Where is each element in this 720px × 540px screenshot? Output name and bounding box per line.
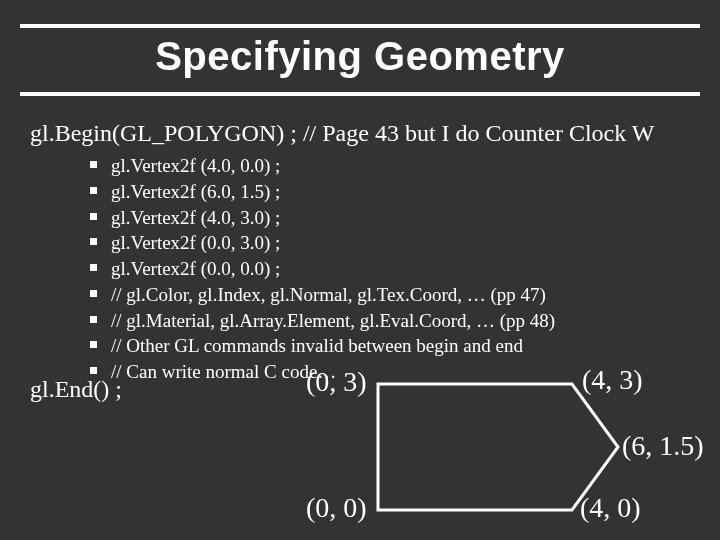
bullet-icon [90,264,97,271]
bullet-icon [90,367,97,374]
divider-top [20,24,700,28]
bullet-icon [90,238,97,245]
bullet-text: // Other GL commands invalid between beg… [111,334,523,358]
bullet-icon [90,161,97,168]
list-item: gl.Vertex2f (0.0, 3.0) ; [90,231,700,255]
vertex-label-top-left: (0, 3) [306,366,367,398]
vertex-label-bottom-left: (0, 0) [306,492,367,524]
list-item: // gl.Material, gl.Array.Element, gl.Eva… [90,309,700,333]
slide-body: gl.Begin(GL_POLYGON) ; // Page 43 but I … [30,118,700,386]
list-item: // Other GL commands invalid between beg… [90,334,700,358]
bullet-text: gl.Vertex2f (4.0, 0.0) ; [111,154,280,178]
code-end-line: gl.End() ; [30,376,122,403]
bullet-text: gl.Vertex2f (0.0, 3.0) ; [111,231,280,255]
bullet-icon [90,341,97,348]
bullet-icon [90,290,97,297]
code-begin-line: gl.Begin(GL_POLYGON) ; // Page 43 but I … [30,118,700,148]
bullet-text: gl.Vertex2f (0.0, 0.0) ; [111,257,280,281]
bullet-icon [90,213,97,220]
divider-under-title [20,92,700,96]
slide: Specifying Geometry gl.Begin(GL_POLYGON)… [0,0,720,540]
list-item: gl.Vertex2f (4.0, 3.0) ; [90,206,700,230]
list-item: gl.Vertex2f (4.0, 0.0) ; [90,154,700,178]
list-item: // gl.Color, gl.Index, gl.Normal, gl.Tex… [90,283,700,307]
vertex-label-bottom-right: (4, 0) [580,492,641,524]
bullet-text: gl.Vertex2f (6.0, 1.5) ; [111,180,280,204]
list-item: gl.Vertex2f (6.0, 1.5) ; [90,180,700,204]
bullet-text: gl.Vertex2f (4.0, 3.0) ; [111,206,280,230]
vertex-label-top-right: (4, 3) [582,364,643,396]
polygon-diagram: (0, 3) (4, 3) (6, 1.5) (0, 0) (4, 0) [300,362,700,532]
bullet-text: // gl.Color, gl.Index, gl.Normal, gl.Tex… [111,283,546,307]
vertex-label-right: (6, 1.5) [622,430,704,462]
list-item: gl.Vertex2f (0.0, 0.0) ; [90,257,700,281]
bullet-icon [90,187,97,194]
bullet-text: // gl.Material, gl.Array.Element, gl.Eva… [111,309,555,333]
bullet-list: gl.Vertex2f (4.0, 0.0) ; gl.Vertex2f (6.… [90,154,700,384]
slide-title: Specifying Geometry [0,34,720,79]
bullet-icon [90,316,97,323]
